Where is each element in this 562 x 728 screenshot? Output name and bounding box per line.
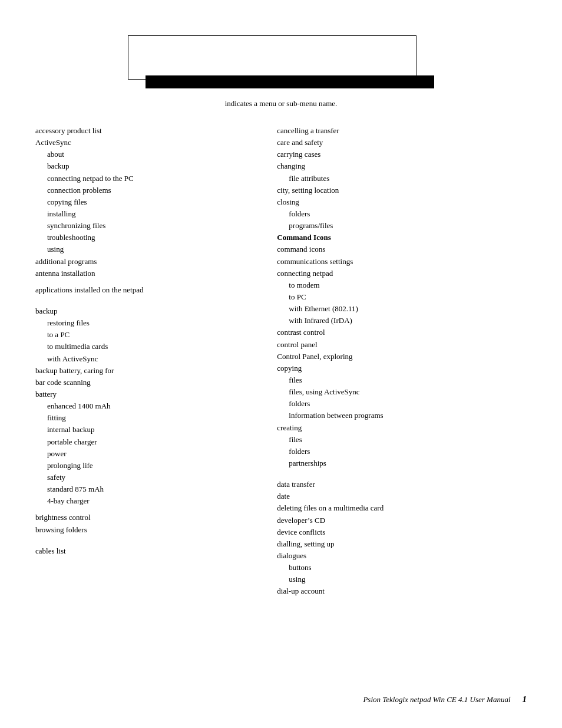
index-columns: accessory product listActiveSyncaboutbac… bbox=[35, 125, 527, 597]
index-entry: dial-up account bbox=[277, 585, 527, 597]
index-entry: to PC bbox=[289, 291, 527, 303]
index-entry: browsing folders bbox=[35, 524, 265, 536]
index-entry: applications installed on the netpad bbox=[35, 284, 265, 296]
spacer bbox=[35, 279, 265, 284]
index-entry: with Infrared (IrDA) bbox=[289, 315, 527, 327]
index-entry: information between programs bbox=[289, 410, 527, 421]
index-entry: enhanced 1400 mAh bbox=[47, 400, 265, 412]
index-entry: brightness control bbox=[35, 512, 265, 523]
index-entry: backup bbox=[35, 305, 265, 317]
index-entry: to a PC bbox=[47, 329, 265, 341]
index-entry: connection problems bbox=[47, 185, 265, 196]
index-entry: files bbox=[289, 434, 527, 446]
index-entry: city, setting location bbox=[277, 185, 527, 196]
right-column: cancelling a transfercare and safetycarr… bbox=[271, 125, 527, 597]
index-entry: carrying cases bbox=[277, 149, 527, 160]
index-entry: Control Panel, exploring bbox=[277, 351, 527, 363]
index-entry: copying files bbox=[47, 196, 265, 208]
spacer bbox=[35, 296, 265, 301]
index-entry: to modem bbox=[289, 279, 527, 291]
index-entry: cancelling a transfer bbox=[277, 125, 527, 137]
index-entry: about bbox=[47, 149, 265, 160]
index-entry: 4-bay charger bbox=[47, 495, 265, 507]
index-entry: command icons bbox=[277, 243, 527, 255]
index-entry: creating bbox=[277, 422, 527, 434]
footer-text: Psion Teklogix netpad Win CE 4.1 User Ma… bbox=[363, 695, 510, 704]
index-entry: power bbox=[47, 448, 265, 460]
menu-box-container bbox=[128, 35, 434, 88]
menu-box-white bbox=[128, 35, 416, 80]
index-entry: folders bbox=[289, 446, 527, 457]
index-entry: date bbox=[277, 490, 527, 502]
spacer bbox=[277, 474, 527, 479]
index-entry: restoring files bbox=[47, 317, 265, 329]
index-entry: dialling, setting up bbox=[277, 538, 527, 550]
index-entry: data transfer bbox=[277, 479, 527, 490]
index-entry: installing bbox=[47, 208, 265, 220]
index-entry: antenna installation bbox=[35, 268, 265, 279]
footer-page: 1 bbox=[523, 694, 527, 704]
index-entry: synchronizing files bbox=[47, 220, 265, 232]
index-entry: safety bbox=[47, 472, 265, 483]
spacer bbox=[35, 301, 265, 305]
spacer bbox=[277, 469, 527, 474]
index-entry: folders bbox=[289, 208, 527, 220]
index-entry: using bbox=[47, 243, 265, 255]
spacer bbox=[35, 541, 265, 545]
index-entry: files bbox=[289, 374, 527, 386]
index-entry: dialogues bbox=[277, 550, 527, 562]
index-entry: device conflicts bbox=[277, 526, 527, 538]
caption: indicates a menu or sub-menu name. bbox=[35, 99, 527, 108]
index-entry: developer’s CD bbox=[277, 515, 527, 526]
index-entry: additional programs bbox=[35, 256, 265, 268]
index-entry: control panel bbox=[277, 339, 527, 351]
index-entry: battery bbox=[35, 388, 265, 400]
index-entry: connecting netpad to the PC bbox=[47, 173, 265, 185]
index-entry: partnerships bbox=[289, 457, 527, 469]
index-entry: files, using ActiveSync bbox=[289, 386, 527, 398]
page: indicates a menu or sub-menu name. acces… bbox=[0, 0, 562, 728]
index-entry: deleting files on a multimedia card bbox=[277, 502, 527, 514]
index-entry: internal backup bbox=[47, 424, 265, 436]
index-entry: contrast control bbox=[277, 327, 527, 338]
footer: Psion Teklogix netpad Win CE 4.1 User Ma… bbox=[0, 694, 562, 704]
index-entry: with ActiveSync bbox=[47, 353, 265, 365]
index-entry: with Ethernet (802.11) bbox=[289, 303, 527, 315]
index-entry: changing bbox=[277, 160, 527, 172]
index-entry: backup battery, caring for bbox=[35, 365, 265, 377]
index-entry: using bbox=[289, 574, 527, 585]
index-entry: portable charger bbox=[47, 436, 265, 448]
index-entry: Command Icons bbox=[277, 232, 527, 243]
index-entry: ActiveSync bbox=[35, 137, 265, 149]
index-entry: programs/files bbox=[289, 220, 527, 232]
index-entry: copying bbox=[277, 363, 527, 374]
index-entry: communications settings bbox=[277, 256, 527, 268]
index-entry: buttons bbox=[289, 562, 527, 574]
spacer bbox=[35, 507, 265, 512]
index-entry: accessory product list bbox=[35, 125, 265, 137]
index-entry: prolonging life bbox=[47, 460, 265, 472]
index-entry: fitting bbox=[47, 412, 265, 424]
menu-box-black bbox=[146, 75, 434, 88]
index-entry: cables list bbox=[35, 545, 265, 557]
index-entry: standard 875 mAh bbox=[47, 483, 265, 495]
index-entry: troubleshooting bbox=[47, 232, 265, 243]
spacer bbox=[35, 536, 265, 541]
index-entry: to multimedia cards bbox=[47, 341, 265, 353]
menu-box-area bbox=[35, 35, 527, 88]
left-column: accessory product listActiveSyncaboutbac… bbox=[35, 125, 271, 557]
index-entry: closing bbox=[277, 196, 527, 208]
index-entry: file attributes bbox=[289, 173, 527, 185]
index-entry: backup bbox=[47, 160, 265, 172]
index-entry: care and safety bbox=[277, 137, 527, 149]
index-entry: folders bbox=[289, 398, 527, 410]
index-entry: connecting netpad bbox=[277, 268, 527, 279]
index-entry: bar code scanning bbox=[35, 377, 265, 388]
